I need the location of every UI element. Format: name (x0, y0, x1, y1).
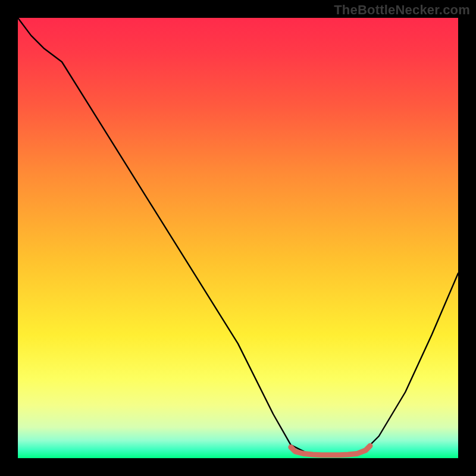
curve-layer (18, 18, 458, 458)
bottleneck-curve (18, 18, 458, 456)
watermark-text: TheBottleNecker.com (334, 2, 470, 18)
plot-area (18, 18, 458, 458)
chart-frame: TheBottleNecker.com (0, 0, 476, 476)
